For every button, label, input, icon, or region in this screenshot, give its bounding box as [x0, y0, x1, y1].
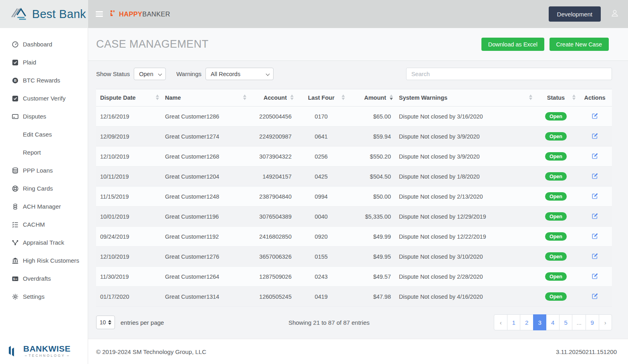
page-button-prev[interactable]: ‹ [494, 314, 507, 330]
user-icon[interactable] [610, 9, 619, 19]
edit-icon[interactable] [592, 113, 598, 119]
sidebar-item-btc-rewards[interactable]: BBTC Rewards [0, 71, 88, 89]
table-row: 01/17/2020Great Customer1314126050524504… [96, 287, 612, 307]
edit-icon[interactable] [592, 253, 598, 259]
cell-warning: Dispute Not closed by 12/29/2019 [395, 207, 534, 227]
cell-actions [578, 107, 612, 127]
sidebar-item-cachm[interactable]: CACHM [0, 215, 88, 233]
sidebar-item-ppp-loans[interactable]: PPP Loans [0, 161, 88, 179]
edit-icon[interactable] [592, 133, 598, 139]
cell-status: Open [534, 267, 578, 287]
show-status-select[interactable]: Open [134, 68, 166, 80]
cell-last-four: 0419 [296, 287, 347, 307]
chevron-down-icon [158, 72, 162, 76]
edit-icon[interactable] [592, 173, 598, 179]
sidebar-item-overdrafts[interactable]: $Overdrafts [0, 269, 88, 288]
per-page-value: 10 [100, 319, 106, 326]
sidebar-item-edit-cases[interactable]: Edit Cases [0, 125, 88, 143]
column-header-account[interactable]: Account [248, 89, 296, 107]
create-new-case-button[interactable]: Create New Case [550, 38, 609, 51]
sidebar-item-label: Ring Cards [23, 185, 53, 192]
cell-account: 2205004456 [248, 107, 296, 127]
edit-icon[interactable] [592, 233, 598, 239]
column-header-name[interactable]: Name [161, 89, 248, 107]
edit-icon[interactable] [592, 213, 598, 219]
column-header-amount[interactable]: Amount [347, 89, 395, 107]
sidebar-item-ring-cards[interactable]: Ring Cards [0, 179, 88, 197]
hamburger-menu-icon[interactable] [94, 8, 105, 20]
edit-icon[interactable] [592, 193, 598, 199]
cell-last-four: 0425 [296, 167, 347, 187]
cell-name: Great Customer1248 [161, 187, 248, 207]
cell-amount: $550.20 [347, 147, 395, 167]
cell-date: 11/30/2019 [96, 267, 161, 287]
page-button-9[interactable]: 9 [586, 314, 599, 330]
column-header-dispute-date[interactable]: Dispute Date [96, 89, 161, 107]
column-header-status[interactable]: Status [534, 89, 578, 107]
download-excel-button[interactable]: Download as Excel [481, 38, 544, 51]
gear-icon [12, 293, 19, 300]
sidebar-item-dashboard[interactable]: Dashboard [0, 35, 88, 53]
cell-last-four: 0641 [296, 127, 347, 147]
page-button-next[interactable]: › [599, 314, 612, 330]
environment-button[interactable]: Development [549, 6, 601, 22]
sidebar-item-customer-verify[interactable]: Customer Verify [0, 89, 88, 107]
footer: © 2019-2024 SM Technology Group, LLC 3.1… [88, 339, 628, 364]
sidebar-item-label: Dashboard [23, 41, 52, 48]
column-header-label: Actions [584, 95, 605, 101]
cell-status: Open [534, 207, 578, 227]
cell-account: 3076504389 [248, 207, 296, 227]
cell-warning: Dispute Not closed by 12/22/2019 [395, 227, 534, 247]
cell-date: 11/15/2019 [96, 187, 161, 207]
column-header-system-warnings[interactable]: System Warnings [395, 89, 534, 107]
cell-warning: Dispute Not closed by 2/13/2020 [395, 187, 534, 207]
bankwise-technology: TECHNOLOGY [23, 354, 70, 358]
spinner-arrows-icon [108, 320, 111, 325]
credit-card-icon [12, 113, 19, 120]
cell-status: Open [534, 167, 578, 187]
table-row: 10/01/2019Great Customer1196307650438900… [96, 207, 612, 227]
cell-warning: Dispute Not closed by 3/9/2020 [395, 147, 534, 167]
ring-icon [12, 185, 19, 192]
sidebar-item-settings[interactable]: Settings [0, 288, 88, 306]
copyright-text: © 2019-2024 SM Technology Group, LLC [96, 348, 206, 355]
warnings-select[interactable]: All Records [205, 68, 274, 80]
sidebar-item-ach-manager[interactable]: ACH Manager [0, 197, 88, 215]
cell-last-four: 0256 [296, 147, 347, 167]
page-button-2[interactable]: 2 [520, 314, 533, 330]
cell-name: Great Customer1286 [161, 107, 248, 127]
cell-date: 12/16/2019 [96, 107, 161, 127]
sidebar-item-label: Customer Verify [23, 95, 66, 102]
cell-last-four: 0170 [296, 107, 347, 127]
table-row: 12/10/2019Great Customer1276365700632601… [96, 247, 612, 267]
sidebar: DashboardPlaidBBTC RewardsCustomer Verif… [0, 28, 88, 364]
sidebar-item-appraisal-track[interactable]: Appraisal Track [0, 233, 88, 251]
edit-icon[interactable] [592, 293, 598, 300]
brand-name: Best Bank [32, 8, 86, 21]
bankwise-logo-icon [8, 344, 20, 358]
cell-amount: $59.94 [347, 127, 395, 147]
happybanker-logo: HAPPYBANKER [110, 10, 170, 18]
page-button-3[interactable]: 3 [533, 314, 547, 330]
page-button-5[interactable]: 5 [559, 314, 573, 330]
search-input[interactable] [406, 68, 612, 80]
cell-actions [578, 127, 612, 147]
edit-icon[interactable] [592, 273, 598, 280]
sidebar-item-report[interactable]: Report [0, 143, 88, 161]
cell-last-four: 0040 [296, 207, 347, 227]
column-header-last-four[interactable]: Last Four [296, 89, 347, 107]
warnings-label: Warnings [176, 70, 201, 77]
entries-per-page-select[interactable]: 10 [96, 316, 115, 329]
edit-icon[interactable] [592, 153, 598, 159]
top-header: Best Bank HAPPYBANKER Development [0, 0, 628, 28]
cell-warning: Dispute Not closed by 3/10/2020 [395, 247, 534, 267]
sidebar-item-high-risk-customers[interactable]: High Risk Customers [0, 251, 88, 269]
page-button-ellipsis[interactable]: ... [572, 314, 586, 330]
page-button-1[interactable]: 1 [507, 314, 521, 330]
page-button-4[interactable]: 4 [546, 314, 560, 330]
sidebar-item-disputes[interactable]: Disputes [0, 107, 88, 125]
cell-date: 12/10/2019 [96, 247, 161, 267]
cell-date: 10/11/2019 [96, 167, 161, 187]
sidebar-item-plaid[interactable]: Plaid [0, 53, 88, 71]
table-row: 12/16/2019Great Customer1286220500445601… [96, 107, 612, 127]
